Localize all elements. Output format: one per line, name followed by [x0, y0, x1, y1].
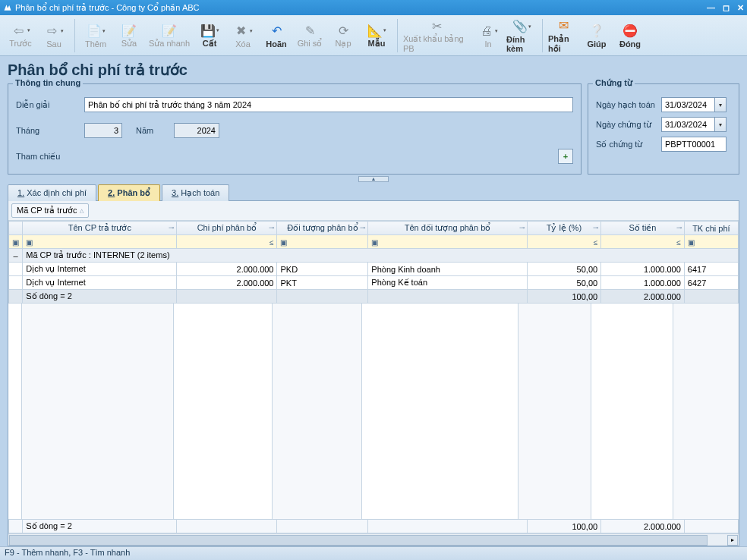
footer-row: Số dòng = 2100,002.000.000: [9, 520, 739, 533]
group-pill[interactable]: Mã CP trả trước△: [11, 203, 89, 218]
col-amt[interactable]: Số tiền⊸: [601, 222, 685, 235]
grid: Mã CP trả trước△ Tên CP trả trước⊸ Chi p…: [8, 201, 739, 546]
group-sum-row: Số dòng = 2100,002.000.000: [9, 290, 739, 304]
writebook-button[interactable]: ✎Ghi sổ: [294, 17, 326, 55]
feedback-button[interactable]: ✉Phản hồi: [547, 17, 579, 55]
doc-no-label: Số chứng từ: [596, 140, 661, 149]
dropdown-icon[interactable]: ▾: [714, 97, 727, 112]
edit-button[interactable]: 📝Sửa: [113, 17, 145, 55]
window-title: Phân bổ chi phí trả trước - Công ty Cổ p…: [15, 3, 200, 13]
titlebar: Phân bổ chi phí trả trước - Công ty Cổ p…: [0, 0, 747, 15]
desc-input[interactable]: [84, 97, 573, 112]
doc-date-combo[interactable]: ▾: [661, 117, 727, 132]
doc-date-label: Ngày chứng từ: [596, 120, 661, 130]
add-ref-button[interactable]: +: [558, 149, 573, 164]
close-window-button[interactable]: ✕: [737, 3, 744, 13]
minimize-button[interactable]: —: [707, 3, 715, 13]
acct-date-combo[interactable]: ▾: [661, 97, 727, 112]
delete-button[interactable]: ✖▾Xóa: [227, 17, 259, 55]
desc-label: Diễn giải: [16, 100, 84, 110]
sort-up-icon: △: [80, 208, 84, 214]
close-button[interactable]: ⛔Đóng: [614, 17, 646, 55]
toolbar: ⇦▾Trước ⇨▾Sau 📄▾Thêm 📝Sửa 📝Sửa nhanh 💾▾C…: [0, 15, 747, 56]
group-header-row[interactable]: – Mã CP trả trước : INTERNET (2 items): [9, 249, 739, 263]
app-icon: [3, 3, 12, 12]
table-row[interactable]: Dịch vụ Internet2.000.000PKDPhòng Kinh d…: [9, 263, 739, 276]
doc-no-input[interactable]: [661, 137, 727, 152]
filter-check-icon[interactable]: ▣: [12, 238, 19, 247]
attach-button[interactable]: 📎▾Đính kèm: [506, 17, 537, 55]
collapse-handle[interactable]: ▲: [358, 176, 389, 182]
col-objname[interactable]: Tên đối tượng phân bổ⊸: [368, 222, 527, 235]
document-fieldset: Chứng từ Ngày hạch toán ▾ Ngày chứng từ …: [588, 83, 739, 175]
col-name[interactable]: Tên CP trả trước⊸: [23, 222, 177, 235]
year-label: Năm: [136, 126, 174, 135]
year-input[interactable]: [174, 123, 219, 138]
add-button[interactable]: 📄▾Thêm: [80, 17, 112, 55]
col-acct[interactable]: TK chi phí: [684, 222, 738, 235]
page-title: Phân bổ chi phí trả trước: [8, 61, 739, 79]
general-fieldset: Thông tin chung Diễn giải Tháng Năm Tham…: [8, 83, 582, 175]
print-button[interactable]: 🖨▾In: [472, 17, 504, 55]
month-input[interactable]: [84, 123, 122, 138]
undo-button[interactable]: ↶Hoãn: [260, 17, 292, 55]
filter-row[interactable]: ▣ ▣ ≤ ▣ ▣ ≤ ≤ ▣: [9, 235, 739, 249]
col-cost[interactable]: Chi phí phân bổ⊸: [177, 222, 277, 235]
tab-accounting[interactable]: 3. Hạch toán: [162, 184, 229, 201]
col-selector[interactable]: [9, 222, 23, 235]
col-pct[interactable]: Tỷ lệ (%)⊸: [527, 222, 601, 235]
reload-button[interactable]: ⟳Nạp: [327, 17, 359, 55]
h-scrollbar[interactable]: ▸: [8, 533, 739, 546]
tab-allocate[interactable]: 2. Phân bổ: [98, 184, 160, 201]
tab-identify-cost[interactable]: 1. Xác định chi phí: [8, 184, 96, 201]
ref-label: Tham chiếu: [16, 152, 84, 162]
month-label: Tháng: [16, 126, 84, 135]
plus-icon: +: [563, 152, 568, 161]
prev-button[interactable]: ⇦▾Trước: [5, 17, 36, 55]
tabs: 1. Xác định chi phí 2. Phân bổ 3. Hạch t…: [8, 184, 739, 201]
col-obj[interactable]: Đối tượng phân bổ⊸: [277, 222, 368, 235]
help-button[interactable]: ❔Giúp: [581, 17, 613, 55]
template-button[interactable]: 📐▾Mẫu: [361, 17, 392, 55]
status-bar: F9 - Thêm nhanh, F3 - Tìm nhanh: [0, 546, 747, 560]
table-row[interactable]: Dịch vụ Internet2.000.000PKTPhòng Kế toá…: [9, 276, 739, 290]
dropdown-icon[interactable]: ▾: [714, 117, 727, 132]
maximize-button[interactable]: ◻: [723, 3, 730, 13]
pin-icon: ⊸: [169, 224, 175, 231]
next-button[interactable]: ⇨▾Sau: [38, 17, 70, 55]
acct-date-label: Ngày hạch toán: [596, 100, 661, 110]
export-button[interactable]: ✂Xuất khẩu bảng PB: [402, 17, 471, 55]
save-button[interactable]: 💾▾Cất: [194, 17, 225, 55]
quickedit-button[interactable]: 📝Sửa nhanh: [147, 17, 192, 55]
